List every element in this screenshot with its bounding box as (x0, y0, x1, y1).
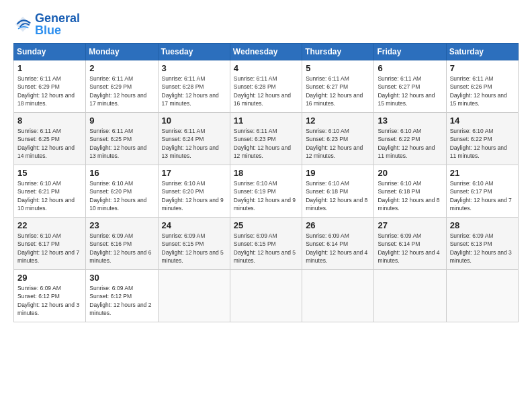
day-number: 11 (234, 116, 298, 126)
table-row: 29 Sunrise: 6:09 AM Sunset: 6:12 PM Dayl… (14, 270, 86, 322)
sunset-text: Sunset: 6:17 PM (450, 188, 492, 195)
sunset-text: Sunset: 6:14 PM (306, 240, 348, 247)
table-row: 18 Sunrise: 6:10 AM Sunset: 6:19 PM Dayl… (230, 165, 302, 218)
sunrise-text: Sunrise: 6:10 AM (89, 180, 133, 187)
day-info: Sunrise: 6:10 AM Sunset: 6:19 PM Dayligh… (234, 179, 298, 212)
sunset-text: Sunset: 6:28 PM (234, 83, 276, 90)
table-row (302, 270, 374, 322)
table-row: 1 Sunrise: 6:11 AM Sunset: 6:29 PM Dayli… (14, 60, 86, 113)
day-number: 10 (162, 116, 226, 126)
table-row: 21 Sunrise: 6:10 AM Sunset: 6:17 PM Dayl… (446, 165, 518, 218)
table-row (230, 270, 302, 322)
table-row: 26 Sunrise: 6:09 AM Sunset: 6:14 PM Dayl… (302, 218, 374, 270)
sunrise-text: Sunrise: 6:11 AM (17, 75, 61, 82)
day-info: Sunrise: 6:10 AM Sunset: 6:23 PM Dayligh… (306, 127, 370, 160)
table-row: 4 Sunrise: 6:11 AM Sunset: 6:28 PM Dayli… (230, 60, 302, 113)
day-info: Sunrise: 6:10 AM Sunset: 6:21 PM Dayligh… (17, 179, 82, 212)
table-row: 14 Sunrise: 6:10 AM Sunset: 6:22 PM Dayl… (446, 113, 518, 165)
day-info: Sunrise: 6:11 AM Sunset: 6:28 PM Dayligh… (162, 75, 226, 107)
sunrise-text: Sunrise: 6:10 AM (234, 180, 277, 187)
sunrise-text: Sunrise: 6:11 AM (162, 75, 206, 82)
col-tuesday: Tuesday (158, 44, 230, 60)
day-info: Sunrise: 6:09 AM Sunset: 6:15 PM Dayligh… (234, 232, 298, 265)
table-row: 12 Sunrise: 6:10 AM Sunset: 6:23 PM Dayl… (302, 113, 374, 165)
day-info: Sunrise: 6:11 AM Sunset: 6:28 PM Dayligh… (234, 75, 298, 107)
table-row: 7 Sunrise: 6:11 AM Sunset: 6:26 PM Dayli… (446, 60, 518, 113)
day-number: 21 (450, 168, 515, 178)
sunrise-text: Sunrise: 6:10 AM (17, 180, 61, 187)
col-friday: Friday (374, 44, 446, 60)
col-sunday: Sunday (14, 44, 86, 60)
sunset-text: Sunset: 6:15 PM (234, 240, 276, 247)
daylight-text: Daylight: 12 hours and 9 minutes. (234, 197, 296, 212)
day-number: 6 (378, 63, 442, 73)
day-info: Sunrise: 6:09 AM Sunset: 6:15 PM Dayligh… (162, 232, 226, 265)
col-saturday: Saturday (446, 44, 518, 60)
sunrise-text: Sunrise: 6:09 AM (378, 232, 421, 239)
day-info: Sunrise: 6:09 AM Sunset: 6:14 PM Dayligh… (306, 232, 370, 265)
sunrise-text: Sunrise: 6:11 AM (450, 75, 494, 82)
daylight-text: Daylight: 12 hours and 10 minutes. (89, 197, 146, 212)
sunrise-text: Sunrise: 6:11 AM (89, 128, 133, 134)
table-row: 17 Sunrise: 6:10 AM Sunset: 6:20 PM Dayl… (158, 165, 230, 218)
table-row: 28 Sunrise: 6:09 AM Sunset: 6:13 PM Dayl… (446, 218, 518, 270)
logo: GeneralBlue (13, 12, 80, 36)
day-info: Sunrise: 6:10 AM Sunset: 6:20 PM Dayligh… (89, 179, 154, 212)
sunrise-text: Sunrise: 6:11 AM (89, 75, 133, 82)
sunset-text: Sunset: 6:15 PM (162, 240, 204, 247)
col-wednesday: Wednesday (230, 44, 302, 60)
table-row: 22 Sunrise: 6:10 AM Sunset: 6:17 PM Dayl… (14, 218, 86, 270)
day-number: 2 (89, 63, 154, 73)
day-info: Sunrise: 6:09 AM Sunset: 6:14 PM Dayligh… (378, 232, 442, 265)
sunset-text: Sunset: 6:23 PM (306, 136, 348, 142)
day-info: Sunrise: 6:11 AM Sunset: 6:25 PM Dayligh… (89, 127, 154, 160)
day-number: 30 (89, 273, 154, 283)
day-number: 8 (17, 116, 82, 126)
daylight-text: Daylight: 12 hours and 18 minutes. (17, 92, 75, 107)
day-info: Sunrise: 6:11 AM Sunset: 6:24 PM Dayligh… (162, 127, 226, 160)
day-info: Sunrise: 6:11 AM Sunset: 6:27 PM Dayligh… (378, 75, 442, 107)
sunset-text: Sunset: 6:21 PM (17, 188, 60, 195)
sunrise-text: Sunrise: 6:11 AM (17, 128, 61, 134)
sunset-text: Sunset: 6:29 PM (89, 83, 132, 90)
daylight-text: Daylight: 12 hours and 2 minutes. (89, 302, 151, 316)
col-thursday: Thursday (302, 44, 374, 60)
day-info: Sunrise: 6:11 AM Sunset: 6:29 PM Dayligh… (17, 75, 82, 107)
sunrise-text: Sunrise: 6:11 AM (234, 128, 277, 134)
sunset-text: Sunset: 6:23 PM (234, 136, 276, 142)
daylight-text: Daylight: 12 hours and 13 minutes. (89, 144, 146, 159)
calendar: Sunday Monday Tuesday Wednesday Thursday… (13, 43, 519, 322)
sunrise-text: Sunrise: 6:09 AM (450, 232, 494, 239)
sunrise-text: Sunrise: 6:10 AM (17, 232, 61, 239)
calendar-week-5: 29 Sunrise: 6:09 AM Sunset: 6:12 PM Dayl… (14, 270, 519, 322)
sunset-text: Sunset: 6:25 PM (17, 136, 60, 142)
sunrise-text: Sunrise: 6:10 AM (450, 180, 494, 187)
day-number: 12 (306, 116, 370, 126)
sunset-text: Sunset: 6:26 PM (450, 83, 492, 90)
calendar-week-2: 8 Sunrise: 6:11 AM Sunset: 6:25 PM Dayli… (14, 113, 519, 165)
daylight-text: Daylight: 12 hours and 4 minutes. (306, 249, 367, 264)
day-info: Sunrise: 6:10 AM Sunset: 6:17 PM Dayligh… (17, 232, 82, 265)
daylight-text: Daylight: 12 hours and 12 minutes. (234, 144, 291, 159)
day-number: 29 (17, 273, 82, 283)
sunrise-text: Sunrise: 6:09 AM (17, 285, 61, 291)
day-info: Sunrise: 6:09 AM Sunset: 6:13 PM Dayligh… (450, 232, 515, 265)
day-number: 28 (450, 220, 515, 230)
day-number: 4 (234, 63, 298, 73)
day-number: 1 (17, 63, 82, 73)
table-row: 30 Sunrise: 6:09 AM Sunset: 6:12 PM Dayl… (86, 270, 158, 322)
calendar-week-1: 1 Sunrise: 6:11 AM Sunset: 6:29 PM Dayli… (14, 60, 519, 113)
daylight-text: Daylight: 12 hours and 6 minutes. (89, 249, 151, 264)
table-row: 16 Sunrise: 6:10 AM Sunset: 6:20 PM Dayl… (86, 165, 158, 218)
sunrise-text: Sunrise: 6:09 AM (306, 232, 349, 239)
table-row: 10 Sunrise: 6:11 AM Sunset: 6:24 PM Dayl… (158, 113, 230, 165)
daylight-text: Daylight: 12 hours and 3 minutes. (450, 249, 512, 264)
sunset-text: Sunset: 6:12 PM (89, 293, 132, 300)
day-number: 17 (162, 168, 226, 178)
day-info: Sunrise: 6:09 AM Sunset: 6:12 PM Dayligh… (89, 284, 154, 317)
day-info: Sunrise: 6:10 AM Sunset: 6:18 PM Dayligh… (306, 179, 370, 212)
daylight-text: Daylight: 12 hours and 4 minutes. (378, 249, 439, 264)
day-info: Sunrise: 6:11 AM Sunset: 6:25 PM Dayligh… (17, 127, 82, 160)
table-row: 9 Sunrise: 6:11 AM Sunset: 6:25 PM Dayli… (86, 113, 158, 165)
daylight-text: Daylight: 12 hours and 16 minutes. (306, 92, 363, 107)
